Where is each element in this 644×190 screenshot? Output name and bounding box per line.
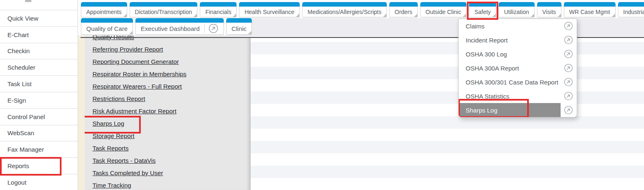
open-external-icon[interactable]	[564, 21, 573, 30]
tab-label: Executive Dashboard	[141, 25, 200, 32]
dropdown-menu-item[interactable]: OSHA 300A Report	[459, 61, 577, 75]
report-row: Risk Adjustment Factor Report	[85, 105, 250, 117]
tab-corner-fold	[194, 14, 197, 17]
dropdown-item-label: OSHA 300A Report	[459, 61, 561, 75]
module-tab[interactable]: Visits	[537, 2, 561, 17]
module-tab[interactable]: Orders	[389, 2, 418, 17]
dropdown-item-label: Sharps Log	[459, 103, 561, 117]
tab-corner-fold	[558, 14, 561, 17]
tab-label: WR Case Mgmt	[569, 9, 610, 15]
open-external-icon[interactable]	[564, 91, 573, 101]
tab-label: Appointments	[86, 9, 122, 15]
tab-corner-fold	[123, 14, 127, 17]
sidebar-item[interactable]: Task List	[0, 76, 78, 92]
sidebar-item[interactable]: Fax Manager	[0, 141, 78, 158]
sidebar-item-label: Control Panel	[7, 113, 45, 120]
logo-stub	[25, 0, 31, 2]
module-tab[interactable]: Financials	[200, 2, 237, 17]
sidebar-item[interactable]: Quick View	[0, 10, 78, 27]
module-tab[interactable]: Executive Dashboard	[135, 18, 224, 35]
report-link[interactable]: Tasks Completed by User	[92, 169, 163, 176]
module-tab[interactable]: Outside Clinic	[420, 2, 466, 17]
report-link[interactable]: Storage Report	[92, 132, 135, 139]
report-link[interactable]: Time Tracking	[92, 182, 131, 189]
tab-label: Health Surveillance	[244, 9, 294, 15]
open-external-icon[interactable]	[564, 63, 573, 73]
report-link[interactable]: Task Reports	[92, 145, 129, 152]
dropdown-item-label: Claims	[459, 19, 561, 33]
content-area-striped-rows	[251, 38, 644, 190]
open-external-icon[interactable]	[564, 77, 573, 87]
open-external-icon[interactable]	[564, 106, 573, 115]
open-external-icon[interactable]	[564, 35, 573, 45]
dropdown-item-label: OSHA 300/301 Case Data Report	[459, 75, 561, 89]
tab-corner-fold	[383, 14, 386, 17]
tab-label: Clinic	[232, 25, 247, 32]
tab-corner-fold	[233, 14, 236, 17]
report-link[interactable]: Restrictions Report	[92, 95, 145, 102]
report-row: Respirator Wearers - Full Report	[85, 80, 250, 92]
report-row: Task Reports - DataVis	[85, 154, 250, 167]
tab-label: Dictation/Transcription	[135, 9, 192, 15]
report-link[interactable]: Respirator Roster in Memberships	[92, 70, 187, 77]
dropdown-item-label: OSHA 300 Log	[459, 47, 561, 61]
tab-label: Industrial Hygiene	[623, 9, 644, 15]
report-panel-left-edge	[78, 35, 85, 190]
tab-corner-fold	[463, 14, 466, 17]
module-tab[interactable]: Quality of Care	[81, 18, 133, 35]
module-tab[interactable]: Medications/Allergies/Scripts	[302, 2, 387, 17]
module-tab[interactable]: Dictation/Transcription	[130, 2, 198, 17]
sidebar-item[interactable]: Scheduler	[0, 59, 78, 76]
dropdown-menu-item[interactable]: Sharps Log	[459, 103, 577, 117]
sidebar-item[interactable]: Checkin	[0, 43, 78, 60]
report-row: Task Reports	[85, 142, 250, 154]
app-window: Quick View E-Chart Checkin Scheduler Tas…	[0, 0, 644, 190]
tab-label: Medications/Allergies/Scripts	[308, 9, 381, 15]
report-link[interactable]: Reporting Document Generator	[92, 58, 179, 65]
sidebar-item[interactable]: Reports	[0, 158, 78, 174]
dropdown-menu-item[interactable]: Claims	[459, 19, 577, 33]
module-tab[interactable]: Utilization	[499, 2, 535, 17]
open-external-icon[interactable]	[564, 49, 573, 59]
report-link[interactable]: Task Reports - DataVis	[92, 157, 156, 164]
module-tab[interactable]: WR Case Mgmt	[564, 2, 616, 17]
sidebar-item-label: Logout	[7, 179, 26, 186]
module-tab[interactable]: Safety	[469, 2, 496, 17]
open-external-icon[interactable]	[208, 23, 218, 33]
module-tab[interactable]: Clinic	[226, 18, 252, 35]
tab-label: Safety	[474, 9, 491, 15]
report-row: Reporting Document Generator	[85, 55, 250, 68]
sidebar-item[interactable]: WebScan	[0, 125, 78, 142]
tab-label: Outside Clinic	[426, 9, 461, 15]
module-tab[interactable]: Health Surveillance	[239, 2, 300, 17]
module-tab[interactable]: Appointments	[81, 2, 127, 17]
tab-label: Financials	[205, 9, 231, 15]
sidebar-item[interactable]: Control Panel	[0, 109, 78, 125]
report-link[interactable]: Referring Provider Report	[92, 46, 163, 53]
dropdown-menu-item[interactable]: OSHA 300 Log	[459, 47, 577, 61]
report-link[interactable]: Sharps Log	[92, 120, 124, 127]
report-link[interactable]: Respirator Wearers - Full Report	[92, 83, 182, 90]
dropdown-menu-item[interactable]: OSHA 300/301 Case Data Report	[459, 75, 577, 89]
sidebar-item-label: Fax Manager	[7, 146, 44, 153]
sidebar-item[interactable]: Logout	[0, 174, 78, 190]
sidebar-item-label: Checkin	[7, 47, 30, 54]
report-row: Referring Provider Report	[85, 43, 250, 55]
dropdown-menu-item[interactable]: Incident Report	[459, 33, 577, 47]
module-tab[interactable]: Industrial Hygiene	[618, 2, 644, 17]
sidebar-item-label: E-Chart	[7, 31, 29, 38]
dropdown-menu-item[interactable]: OSHA Statistics	[459, 89, 577, 103]
report-link[interactable]: Risk Adjustment Factor Report	[92, 108, 176, 115]
report-row: Restrictions Report	[85, 92, 250, 105]
sidebar-item[interactable]: E-Sign	[0, 92, 78, 109]
dropdown-item-label: Incident Report	[459, 33, 561, 47]
sidebar-item-label: E-Sign	[7, 97, 26, 104]
report-row: Respirator Roster in Memberships	[85, 68, 250, 80]
tab-corner-fold	[531, 14, 534, 17]
tab-bar-background	[223, 18, 644, 37]
sidebar: Quick View E-Chart Checkin Scheduler Tas…	[0, 0, 78, 190]
sidebar-item[interactable]: E-Chart	[0, 27, 78, 43]
report-row: Tasks Completed by User	[85, 167, 250, 179]
report-link-list: Quality Results Referring Provider Repor…	[85, 35, 250, 190]
module-tabs-row-1: Appointments Dictation/Transcription Fin…	[81, 2, 644, 17]
